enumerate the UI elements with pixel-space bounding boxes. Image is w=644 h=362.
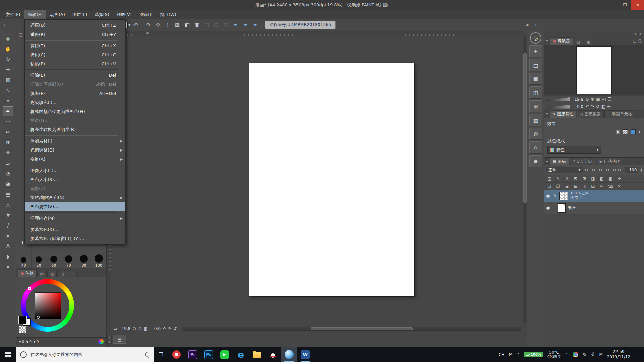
quick-access-panel-button[interactable]: ✦ (529, 45, 542, 57)
selection-tool[interactable]: ▧ (3, 75, 13, 85)
nav-rotate-left-button[interactable]: ↶ (585, 104, 589, 109)
move-tool[interactable]: ✛ (3, 65, 13, 75)
tray-overflow-icon[interactable]: ⌃ (565, 353, 568, 356)
frame-border-tool[interactable]: # (3, 210, 13, 220)
ruler-tool[interactable]: / (3, 221, 13, 231)
dock-collapse-icon[interactable]: « (635, 32, 637, 36)
border-effect-icon[interactable]: ◉ (616, 129, 620, 135)
brush-size-cell[interactable]: 40 (16, 254, 32, 269)
taskbar-search[interactable] (16, 347, 154, 362)
vertical-scrollbar-thumb[interactable] (523, 53, 527, 203)
brush-size-cell[interactable]: 60 (46, 254, 61, 269)
tab-color-slider[interactable]: ▥ (47, 271, 57, 277)
tab-history[interactable]: ↺ 历史记录 (570, 158, 596, 165)
lock-transparent-pixels-button[interactable]: ⊠ (572, 175, 580, 182)
nav-reset-view-button[interactable]: ✛ (607, 104, 611, 109)
lasso-tool[interactable]: ∿ (3, 85, 13, 96)
chevron-down-icon[interactable]: ▼ (638, 130, 641, 133)
taskbar-app-premiere[interactable]: Pr (184, 347, 201, 362)
text-tool[interactable]: A (3, 241, 13, 251)
menubar-item-view[interactable]: 视图(V) (113, 10, 136, 19)
nav-zoom-in-button[interactable]: ⊕ (590, 97, 595, 102)
visibility-eye-icon[interactable]: ◉ (545, 205, 551, 210)
material-mono-panel-button[interactable]: ▣ (529, 73, 542, 85)
menu-item-rotate-flip-canvas[interactable]: 旋转/翻转画布(N) ▶ (25, 193, 125, 202)
tab-sub-view[interactable]: ▤ (574, 39, 583, 45)
menubar-item-window[interactable]: 窗口(W) (156, 10, 180, 19)
menu-item-transform[interactable]: 变换(A) ▶ (25, 155, 125, 164)
chevron-down-icon[interactable]: ⌄ (107, 340, 112, 344)
correction-tool[interactable]: ✕ (3, 262, 13, 272)
menu-item-canvas-properties[interactable]: 画布属性(V)... (25, 202, 125, 211)
canvas-page[interactable] (249, 63, 414, 296)
brush-size-cell[interactable]: 70 (61, 254, 76, 269)
taskbar-app-word[interactable]: W (297, 347, 313, 362)
microphone-icon[interactable] (145, 352, 148, 357)
horizontal-scrollbar-thumb[interactable] (311, 327, 413, 330)
rainbow-picker-icon[interactable] (98, 339, 104, 344)
opacity-stepper[interactable]: ▲▼ (640, 168, 642, 172)
pen-tool[interactable]: ✒ (3, 106, 13, 116)
panel-grip-icon[interactable]: ❏ (19, 33, 23, 37)
dock-expand-icon[interactable]: » (639, 32, 641, 36)
status-fit-to-screen-button[interactable]: ▣ (143, 326, 148, 331)
layer-row-layer1[interactable]: ◉ ✎ 100 % 正常 图层 1 (544, 190, 644, 202)
stroke-style-button-3[interactable]: ✒ (251, 21, 260, 29)
menu-item-tonal-correction[interactable]: 色调调整(D) ▶ (25, 145, 125, 155)
color-mode-select[interactable]: 彩色 ▼ (547, 146, 601, 154)
ime-letter-indicator[interactable]: M (509, 352, 512, 357)
collapse-right-icon[interactable]: ◀ (524, 23, 530, 27)
snap-button[interactable]: ⊹ (163, 21, 172, 29)
tone-effect-icon[interactable] (623, 129, 628, 134)
nav-fit-button[interactable]: ▣ (596, 97, 600, 102)
menu-item-image-size[interactable]: 图像大小(L)... (25, 166, 125, 175)
zoom-slider[interactable] (546, 97, 570, 101)
menu-item-fill[interactable]: 填充(F) Alt+Del (25, 89, 125, 98)
clock[interactable]: 22:59 2019/11/12 (607, 349, 630, 360)
close-button[interactable]: ✕ (631, 0, 644, 10)
new-vector-layer-button[interactable]: ❐ (554, 183, 562, 190)
menu-item-advanced-fill[interactable]: 高级填充(I)... (25, 98, 125, 107)
language-indicator[interactable]: 英 (591, 352, 595, 357)
set-as-reference-button[interactable]: ◧ (598, 175, 606, 182)
chevron-down-icon[interactable]: ⌄ (107, 335, 112, 339)
status-rotate-left-button[interactable]: ↶ (162, 326, 167, 331)
layer-row-paper[interactable]: ◉ 纸张 (544, 202, 644, 214)
combine-to-lower-layer-button[interactable]: ◫ (580, 183, 588, 190)
minimize-button[interactable]: ─ (606, 0, 619, 10)
material-image-panel-button[interactable]: ▦ (529, 114, 542, 126)
brush-size-cell[interactable]: 50 (32, 254, 47, 269)
stroke-style-button-1[interactable]: ✒ (231, 21, 240, 29)
menu-item-clear[interactable]: 清除(E) Del (25, 71, 125, 80)
menu-item-screen-color-picker-hide-window[interactable]: 屏幕拾色（隐藏窗口）(Y)... (25, 234, 125, 243)
two-pane-button[interactable]: ✛ (615, 175, 623, 182)
delete-layer-button[interactable]: ✕ (615, 183, 623, 190)
material-primitive-panel-button[interactable]: ⌂ (529, 141, 542, 154)
menubar-item-filter[interactable]: 滤镜(I) (136, 10, 156, 19)
enable-mask-button[interactable]: ⊞ (580, 175, 588, 182)
ime-tray-icon[interactable]: M (599, 352, 602, 357)
panel-menu-icon[interactable]: ❏ (632, 39, 637, 43)
taskbar-app-edge[interactable]: e (233, 347, 249, 362)
ruler-visibility-button[interactable]: ◨ (589, 175, 597, 182)
object-tool[interactable]: ➤ (3, 231, 13, 241)
pencil-tool[interactable]: ✏ (3, 117, 13, 127)
transfer-to-lower-layer-button[interactable]: ⊟ (572, 183, 580, 190)
figure-tool[interactable]: △ (3, 200, 13, 210)
loupe-button[interactable]: ◎ (530, 32, 541, 44)
layer-color-effect-icon[interactable] (631, 129, 636, 134)
taskbar-app-youdongman[interactable] (281, 347, 297, 362)
material-pattern-panel-button[interactable]: ◫ (529, 86, 542, 99)
menu-item-cut[interactable]: 剪切(T) Ctrl+X (25, 41, 125, 50)
decoration-tool[interactable]: ❖ (3, 148, 13, 158)
menu-item-brightness-to-opacity[interactable]: 将亮度转换为透明度(B) (25, 125, 125, 134)
ime-mode-indicator[interactable]: CH (499, 352, 504, 357)
taskbar-app-red[interactable] (168, 347, 184, 362)
vertical-scrollbar[interactable] (523, 36, 527, 323)
palette-color-button[interactable]: ◫ (545, 175, 553, 182)
main-color-swatch[interactable] (19, 316, 26, 324)
blend-mode-select[interactable]: 正常 ▼ (546, 167, 583, 173)
status-reset-rotation-button[interactable]: ↺ (173, 326, 177, 331)
hue-marker[interactable] (28, 287, 31, 290)
tab-navigator[interactable]: ▦ 导航器 (550, 37, 573, 45)
